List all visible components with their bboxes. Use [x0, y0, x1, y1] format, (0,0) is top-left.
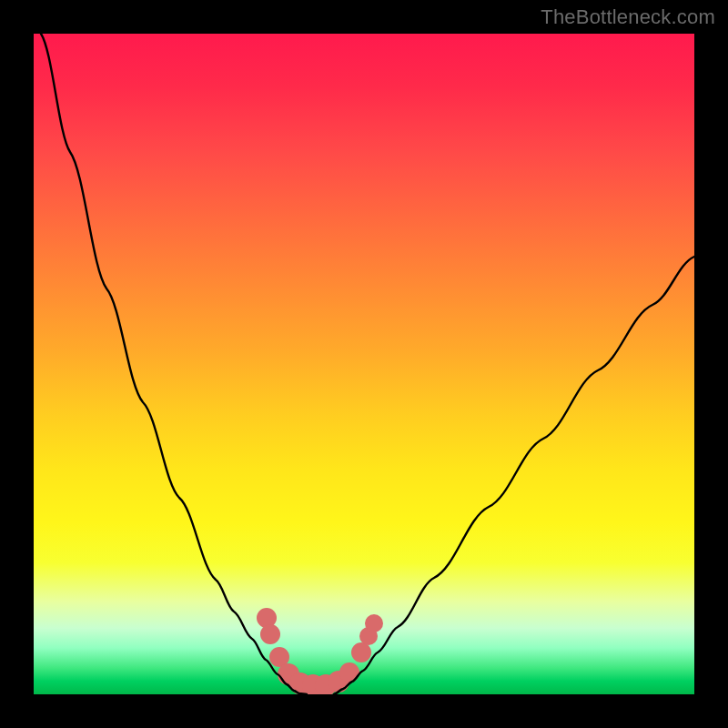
left-curve — [41, 34, 307, 694]
right-curve — [334, 257, 694, 694]
watermark-text: TheBottleneck.com — [541, 5, 715, 29]
marker-dot — [365, 614, 383, 632]
marker-dot — [260, 624, 280, 644]
marker-group — [257, 608, 383, 694]
chart-frame: TheBottleneck.com — [0, 0, 728, 728]
marker-dot — [351, 642, 371, 662]
chart-svg — [34, 34, 694, 694]
plot-area — [34, 34, 694, 694]
marker-dot — [339, 662, 359, 682]
